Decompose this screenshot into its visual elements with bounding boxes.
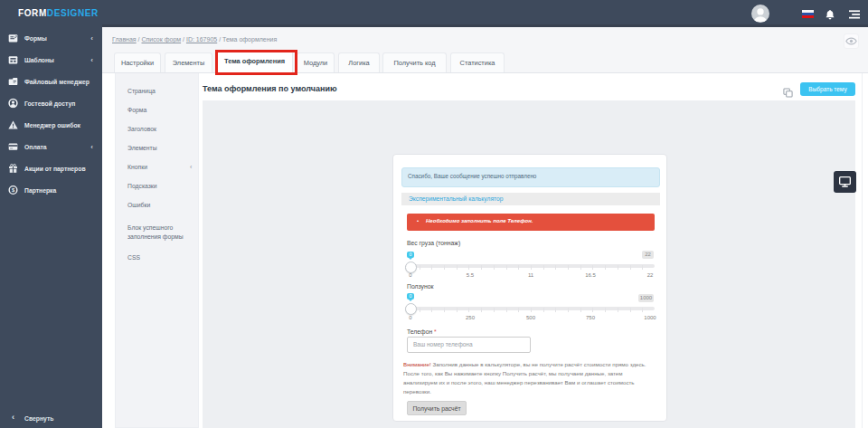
svg-text:$: $ <box>12 187 15 193</box>
